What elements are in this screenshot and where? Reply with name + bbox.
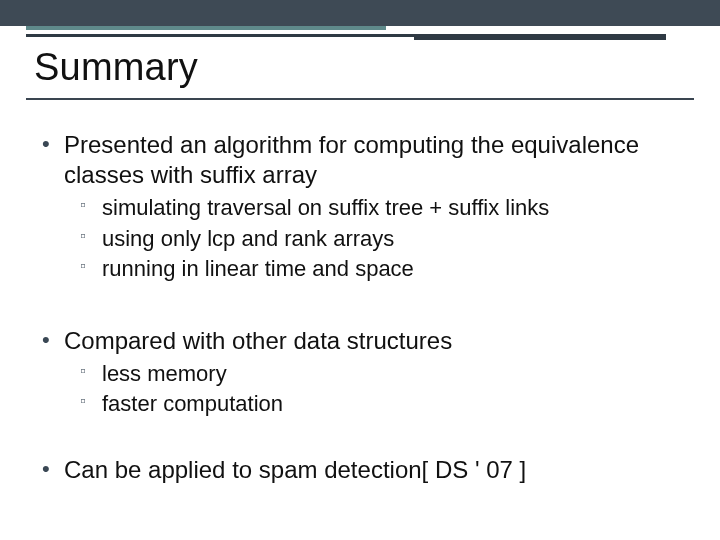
sub-list-item-text: faster computation: [102, 391, 283, 416]
list-item: Can be applied to spam detection[ DS ' 0…: [34, 455, 690, 485]
title-underline: [26, 98, 694, 100]
list-item-text: Compared with other data structures: [64, 327, 452, 354]
sub-list: less memory faster computation: [64, 360, 690, 419]
slide-content: Presented an algorithm for computing the…: [34, 120, 690, 485]
sub-list-item-text: running in linear time and space: [102, 256, 414, 281]
sub-list-item-text: using only lcp and rank arrays: [102, 226, 394, 251]
sub-list-item-text: simulating traversal on suffix tree + su…: [102, 195, 549, 220]
sub-list-item-text: less memory: [102, 361, 227, 386]
bullet-list: Presented an algorithm for computing the…: [34, 130, 690, 485]
accent-rule-teal: [26, 26, 386, 30]
list-item: Compared with other data structures less…: [34, 326, 690, 419]
top-bar: [0, 0, 720, 26]
list-item-text: Can be applied to spam detection[ DS ' 0…: [64, 456, 526, 483]
sub-list-item: less memory: [80, 360, 690, 389]
accent-rule-dark-thick: [414, 34, 666, 40]
sub-list: simulating traversal on suffix tree + su…: [64, 194, 690, 284]
sub-list-item: using only lcp and rank arrays: [80, 225, 690, 254]
sub-list-item: faster computation: [80, 390, 690, 419]
list-item-text: Presented an algorithm for computing the…: [64, 131, 639, 188]
sub-list-item: running in linear time and space: [80, 255, 690, 284]
sub-list-item: simulating traversal on suffix tree + su…: [80, 194, 690, 223]
slide-title: Summary: [34, 46, 198, 89]
list-item: Presented an algorithm for computing the…: [34, 130, 690, 284]
slide: Summary Presented an algorithm for compu…: [0, 0, 720, 540]
